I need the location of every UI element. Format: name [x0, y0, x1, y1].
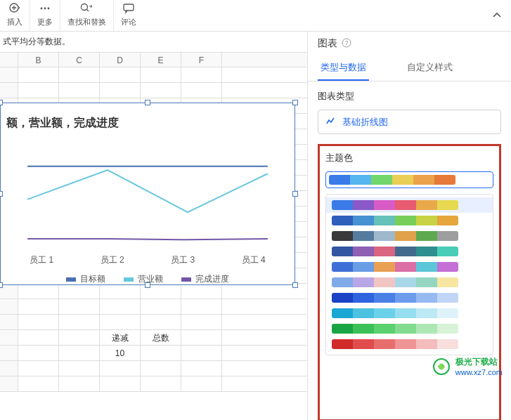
grid-cell[interactable]: [59, 376, 100, 391]
grid-cell[interactable]: 总数: [141, 330, 181, 345]
row-head[interactable]: [0, 361, 18, 376]
grid-cell[interactable]: [222, 330, 307, 345]
toolbar-more[interactable]: 更多: [30, 0, 60, 31]
col-header-e[interactable]: E: [141, 53, 181, 67]
grid-cell[interactable]: [100, 299, 141, 314]
grid-row[interactable]: [0, 299, 307, 315]
help-icon[interactable]: ?: [342, 38, 351, 50]
spreadsheet-grid[interactable]: 递减总数10 额，营业额，完成进度 员工 1员工 2员工 3员工 4 目标额营业…: [0, 67, 307, 405]
row-head[interactable]: [0, 67, 18, 82]
grid-row[interactable]: [0, 361, 307, 376]
resize-handle[interactable]: [0, 191, 3, 197]
grid-row[interactable]: 递减总数: [0, 330, 307, 346]
resize-handle[interactable]: [145, 100, 150, 105]
grid-cell[interactable]: [59, 315, 100, 329]
row-head[interactable]: [0, 346, 18, 360]
grid-cell[interactable]: [18, 67, 59, 82]
col-header[interactable]: [0, 53, 18, 67]
toolbar-insert[interactable]: 插入: [0, 0, 30, 31]
grid-cell[interactable]: [141, 83, 181, 98]
grid-cell[interactable]: [181, 376, 222, 391]
grid-cell[interactable]: [222, 361, 307, 376]
resize-handle[interactable]: [292, 100, 298, 105]
grid-cell[interactable]: [100, 83, 141, 98]
grid-cell[interactable]: [59, 299, 100, 314]
chart-object[interactable]: 额，营业额，完成进度 员工 1员工 2员工 3员工 4 目标额营业额完成进度: [0, 103, 295, 285]
grid-cell[interactable]: [181, 299, 222, 314]
grid-cell[interactable]: [18, 299, 59, 314]
grid-cell[interactable]: [18, 315, 59, 329]
resize-handle[interactable]: [145, 282, 150, 288]
theme-color-selected[interactable]: [325, 171, 493, 188]
grid-cell[interactable]: [59, 346, 100, 360]
grid-cell[interactable]: [181, 330, 222, 345]
grid-cell[interactable]: 10: [100, 346, 141, 360]
row-head[interactable]: [0, 376, 18, 391]
theme-option[interactable]: [326, 228, 493, 244]
tab-type-data[interactable]: 类型与数据: [318, 55, 369, 81]
resize-handle[interactable]: [292, 191, 298, 197]
grid-cell[interactable]: [181, 346, 222, 360]
grid-cell[interactable]: [141, 376, 181, 391]
theme-option[interactable]: [326, 275, 493, 290]
grid-cell[interactable]: [222, 299, 307, 314]
grid-cell[interactable]: [18, 361, 59, 376]
theme-option[interactable]: [326, 197, 493, 213]
theme-option[interactable]: [326, 306, 493, 321]
col-header-c[interactable]: C: [59, 53, 100, 67]
row-head[interactable]: [0, 83, 18, 98]
grid-cell[interactable]: [18, 83, 59, 98]
grid-row[interactable]: [0, 67, 307, 83]
row-head[interactable]: [0, 330, 18, 345]
chart-type-selector[interactable]: 基础折线图: [318, 110, 501, 134]
grid-cell[interactable]: [222, 67, 307, 82]
grid-cell[interactable]: 递减: [100, 330, 141, 345]
row-head[interactable]: [0, 299, 18, 314]
grid-cell[interactable]: [141, 299, 181, 314]
grid-cell[interactable]: [59, 330, 100, 345]
col-header-g[interactable]: [222, 53, 307, 67]
grid-cell[interactable]: [141, 361, 181, 376]
grid-row[interactable]: 10: [0, 346, 307, 361]
grid-cell[interactable]: [181, 83, 222, 98]
theme-option[interactable]: [326, 290, 493, 306]
grid-cell[interactable]: [222, 315, 307, 329]
toolbar-comment[interactable]: 评论: [114, 0, 143, 31]
theme-option[interactable]: [326, 259, 493, 275]
theme-option[interactable]: [326, 213, 493, 228]
theme-option[interactable]: [326, 336, 493, 352]
grid-cell[interactable]: [141, 315, 181, 329]
grid-cell[interactable]: [18, 346, 59, 360]
resize-handle[interactable]: [0, 282, 3, 288]
collapse-toggle[interactable]: [483, 0, 511, 31]
tab-custom-style[interactable]: 自定义样式: [404, 55, 455, 81]
grid-cell[interactable]: [59, 67, 100, 82]
grid-cell[interactable]: [181, 361, 222, 376]
toolbar-find-replace[interactable]: 查找和替换: [60, 0, 114, 31]
col-header-d[interactable]: D: [100, 53, 141, 67]
grid-cell[interactable]: [18, 376, 59, 391]
grid-cell[interactable]: [100, 67, 141, 82]
grid-cell[interactable]: [181, 67, 222, 82]
row-head[interactable]: [0, 315, 18, 329]
grid-cell[interactable]: [59, 361, 100, 376]
grid-cell[interactable]: [100, 376, 141, 391]
grid-cell[interactable]: [222, 346, 307, 360]
grid-cell[interactable]: [141, 346, 181, 360]
grid-cell[interactable]: [222, 83, 307, 98]
grid-cell[interactable]: [141, 67, 181, 82]
grid-cell[interactable]: [100, 315, 141, 329]
grid-row[interactable]: [0, 376, 307, 392]
grid-row[interactable]: [0, 315, 307, 330]
theme-option[interactable]: [326, 321, 493, 336]
grid-cell[interactable]: [18, 330, 59, 345]
grid-cell[interactable]: [59, 83, 100, 98]
resize-handle[interactable]: [292, 282, 298, 288]
grid-cell[interactable]: [181, 315, 222, 329]
resize-handle[interactable]: [0, 100, 3, 105]
theme-option[interactable]: [326, 244, 493, 259]
grid-cell[interactable]: [222, 376, 307, 391]
col-header-b[interactable]: B: [18, 53, 59, 67]
grid-row[interactable]: [0, 83, 307, 98]
grid-cell[interactable]: [100, 361, 141, 376]
